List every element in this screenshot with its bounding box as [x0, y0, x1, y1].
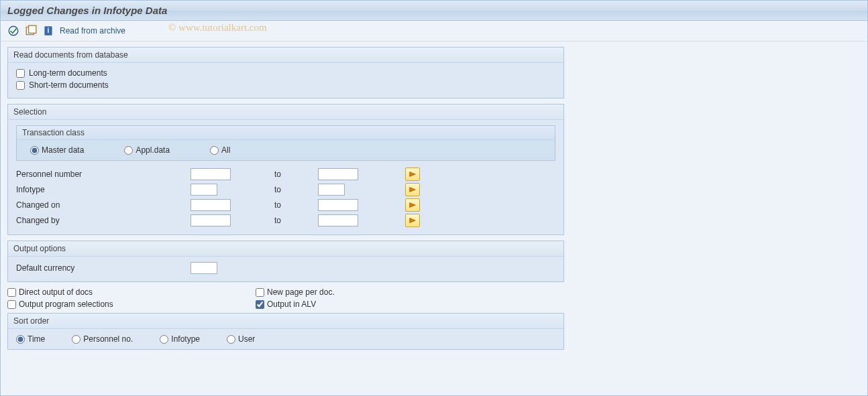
radio-sort-infotype[interactable]: Infotype — [160, 334, 200, 344]
group-selection: Selection Transaction class Master data — [7, 104, 564, 235]
changed-on-multi-button[interactable] — [405, 198, 420, 212]
svg-point-0 — [9, 26, 18, 36]
personnel-number-label: Personnel number — [16, 170, 191, 179]
infotype-to-input[interactable] — [318, 184, 345, 196]
infotype-label: Infotype — [16, 185, 191, 194]
direct-output-label: Direct output of docs — [19, 287, 93, 297]
new-page-per-doc-checkbox[interactable] — [256, 288, 264, 297]
short-term-documents-label: Short-term documents — [29, 80, 109, 90]
changed-by-from-input[interactable] — [191, 214, 231, 226]
radio-sort-user-label: User — [238, 334, 255, 344]
new-page-per-doc-label: New page per doc. — [267, 287, 335, 297]
personnel-number-to-input[interactable] — [318, 168, 358, 180]
variant-icon[interactable] — [25, 25, 37, 37]
watermark-text: © www.tutorialkart.com — [168, 22, 267, 34]
toolbar: i Read from archive © www.tutorialkart.c… — [1, 21, 867, 42]
personnel-number-multi-button[interactable] — [405, 168, 420, 181]
radio-all[interactable]: All — [210, 145, 230, 155]
changed-by-label: Changed by — [16, 216, 191, 225]
changed-on-label: Changed on — [16, 200, 191, 210]
output-in-alv-checkbox[interactable] — [256, 300, 264, 309]
to-label: to — [264, 216, 291, 225]
svg-rect-2 — [29, 25, 36, 33]
changed-by-to-input[interactable] — [318, 214, 358, 226]
radio-sort-personnel[interactable]: Personnel no. — [72, 334, 133, 344]
changed-on-to-input[interactable] — [318, 199, 358, 211]
to-label: to — [264, 200, 291, 210]
group-sort-order: Sort order Time Personnel no. Infotype — [7, 313, 564, 350]
radio-master-data[interactable]: Master data — [30, 145, 84, 155]
radio-master-data-label: Master data — [42, 145, 84, 155]
changed-on-from-input[interactable] — [191, 199, 231, 211]
radio-sort-time-label: Time — [28, 334, 45, 344]
radio-sort-time[interactable]: Time — [16, 334, 45, 344]
svg-text:i: i — [48, 27, 50, 34]
group-output-title: Output options — [8, 241, 563, 257]
to-label: to — [264, 185, 291, 194]
direct-output-checkbox[interactable] — [7, 288, 16, 297]
radio-sort-personnel-label: Personnel no. — [83, 334, 133, 344]
radio-appl-data[interactable]: Appl.data — [124, 145, 170, 155]
output-in-alv-label: Output in ALV — [267, 300, 316, 309]
radio-sort-infotype-label: Infotype — [171, 334, 200, 344]
bottom-options: Direct output of docs Output program sel… — [7, 287, 564, 309]
group-transaction-class: Transaction class Master data Appl.data — [16, 125, 555, 161]
group-selection-title: Selection — [8, 105, 563, 120]
group-read-documents: Read documents from database Long-term d… — [7, 47, 564, 98]
info-icon[interactable]: i — [42, 25, 54, 37]
default-currency-input[interactable] — [191, 262, 217, 274]
default-currency-label: Default currency — [16, 263, 191, 273]
long-term-documents-label: Long-term documents — [29, 68, 107, 78]
group-output-options: Output options Default currency — [7, 241, 564, 282]
personnel-number-from-input[interactable] — [191, 168, 231, 180]
group-sort-title: Sort order — [8, 314, 563, 329]
infotype-from-input[interactable] — [191, 184, 217, 196]
read-from-archive-button[interactable]: Read from archive — [60, 26, 125, 36]
page-title: Logged Changes in Infotype Data — [1, 1, 867, 21]
changed-by-multi-button[interactable] — [405, 214, 420, 227]
output-program-selections-label: Output program selections — [19, 300, 113, 309]
radio-appl-data-label: Appl.data — [135, 145, 170, 155]
group-read-title: Read documents from database — [8, 48, 563, 63]
radio-all-label: All — [221, 145, 230, 155]
to-label: to — [264, 170, 291, 179]
execute-icon[interactable] — [7, 25, 19, 37]
long-term-documents-checkbox[interactable] — [16, 69, 25, 78]
infotype-multi-button[interactable] — [405, 183, 420, 196]
radio-sort-user[interactable]: User — [227, 334, 255, 344]
transaction-class-title: Transaction class — [17, 126, 555, 140]
short-term-documents-checkbox[interactable] — [16, 81, 25, 90]
output-program-selections-checkbox[interactable] — [7, 300, 16, 309]
